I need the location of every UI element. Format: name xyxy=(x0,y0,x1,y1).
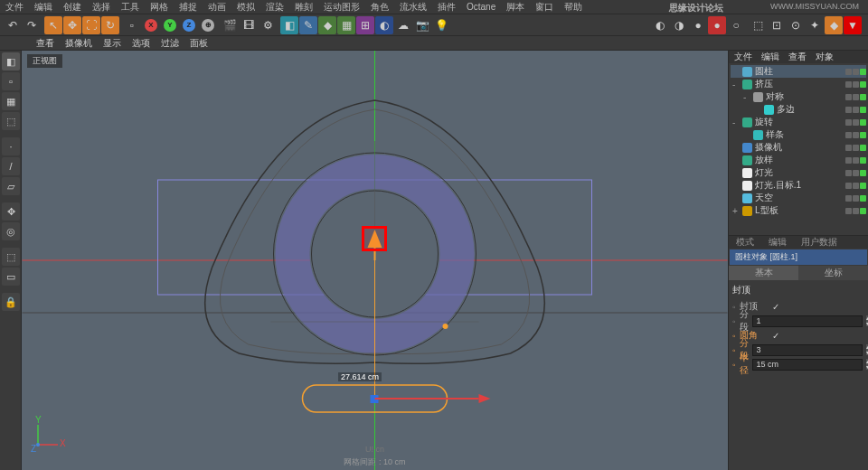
workplane-toggle[interactable]: ▭ xyxy=(2,268,20,286)
workplane-mode[interactable]: ⬚ xyxy=(2,112,20,130)
attr-checkbox[interactable]: ✓ xyxy=(772,302,779,312)
object-flags[interactable] xyxy=(845,183,866,189)
recent-tool[interactable]: ▫ xyxy=(123,16,141,34)
expand-toggle[interactable]: - xyxy=(743,92,750,102)
deformer-button[interactable]: ◐ xyxy=(375,16,393,34)
attr-input[interactable] xyxy=(752,344,863,356)
attr-tab-模式[interactable]: 模式 xyxy=(729,236,761,249)
vpmenu-查看[interactable]: 查看 xyxy=(36,37,54,50)
locked-toggle[interactable]: 🔒 xyxy=(2,293,20,311)
display-mode-2[interactable]: ◑ xyxy=(670,16,688,34)
expand-toggle[interactable]: + xyxy=(732,206,740,216)
vpmenu-选项[interactable]: 选项 xyxy=(132,37,150,50)
viewport-front[interactable]: 正视图 xyxy=(22,51,728,470)
array-button[interactable]: ⊞ xyxy=(356,16,374,34)
menu-渲染[interactable]: 渲染 xyxy=(266,1,284,14)
snap-toggle[interactable]: ⬚ xyxy=(2,248,20,266)
attr-subtab-坐标[interactable]: 坐标 xyxy=(798,266,868,280)
spline-pen[interactable]: ✎ xyxy=(299,16,317,34)
rotate-tool[interactable]: ↻ xyxy=(101,16,119,34)
environment-button[interactable]: ☁ xyxy=(394,16,412,34)
display-mode-3[interactable]: ● xyxy=(689,16,707,34)
object-flags[interactable] xyxy=(845,69,866,75)
texture-mode[interactable]: ▦ xyxy=(2,92,20,110)
display-mode-1[interactable]: ◐ xyxy=(651,16,669,34)
edge-mode[interactable]: / xyxy=(2,157,20,175)
object-row[interactable]: -旋转 xyxy=(731,116,866,128)
menu-窗口[interactable]: 窗口 xyxy=(535,1,553,14)
object-flags[interactable] xyxy=(845,157,866,164)
object-flags[interactable] xyxy=(845,94,866,100)
light-button[interactable]: 💡 xyxy=(432,16,450,34)
treemenu-文件[interactable]: 文件 xyxy=(734,51,752,63)
menu-角色[interactable]: 角色 xyxy=(371,1,389,14)
axis-y-toggle[interactable]: Y xyxy=(161,16,179,34)
snap-2[interactable]: ⊡ xyxy=(768,16,786,34)
object-row[interactable]: 摄像机 xyxy=(731,141,866,154)
object-row[interactable]: 天空 xyxy=(731,192,866,204)
menu-模拟[interactable]: 模拟 xyxy=(237,1,255,14)
snap-3[interactable]: ⊙ xyxy=(787,16,805,34)
object-flags[interactable] xyxy=(845,195,866,202)
polygon-mode[interactable]: ▱ xyxy=(2,177,20,195)
object-flags[interactable] xyxy=(845,132,866,138)
render-queue-button[interactable]: ⚙ xyxy=(259,16,277,34)
undo-button[interactable]: ↶ xyxy=(4,16,22,34)
model-mode[interactable]: ◧ xyxy=(2,52,20,70)
object-row[interactable]: -对称 xyxy=(731,90,866,103)
object-flags[interactable] xyxy=(845,107,866,113)
menu-选择[interactable]: 选择 xyxy=(92,1,110,14)
object-flags[interactable] xyxy=(845,119,866,126)
object-flags[interactable] xyxy=(845,145,866,151)
redo-button[interactable]: ↷ xyxy=(23,16,41,34)
attr-subtab-基本[interactable]: 基本 xyxy=(729,266,798,280)
viewport-solo[interactable]: ◎ xyxy=(2,222,20,240)
generator-button[interactable]: ◆ xyxy=(318,16,336,34)
render-view-button[interactable]: 🎬 xyxy=(221,16,239,34)
primitive-cube[interactable]: ◧ xyxy=(280,16,298,34)
point-mode[interactable]: · xyxy=(2,137,20,155)
display-mode-5[interactable]: ○ xyxy=(727,16,745,34)
subdiv-button[interactable]: ▦ xyxy=(337,16,355,34)
menu-文件[interactable]: 文件 xyxy=(5,1,24,14)
menu-脚本[interactable]: 脚本 xyxy=(506,1,524,14)
menu-运动图形[interactable]: 运动图形 xyxy=(324,1,360,14)
axis-x-toggle[interactable]: X xyxy=(142,16,160,34)
menu-插件[interactable]: 插件 xyxy=(438,1,456,14)
attr-input[interactable] xyxy=(752,359,863,371)
menu-创建[interactable]: 创建 xyxy=(63,1,81,14)
select-tool[interactable]: ↖ xyxy=(44,16,62,34)
treemenu-查看[interactable]: 查看 xyxy=(788,51,807,63)
enable-axis[interactable]: ✥ xyxy=(2,202,20,221)
snap-4[interactable]: ✦ xyxy=(806,16,824,34)
move-tool[interactable]: ✥ xyxy=(63,16,81,34)
object-flags[interactable] xyxy=(845,208,866,214)
attr-tab-编辑[interactable]: 编辑 xyxy=(761,236,794,249)
camera-button[interactable]: 📷 xyxy=(413,16,431,34)
snap-1[interactable]: ⬚ xyxy=(749,16,767,34)
menu-帮助[interactable]: 帮助 xyxy=(564,1,582,14)
vpmenu-摄像机[interactable]: 摄像机 xyxy=(65,37,92,50)
menu-Octane[interactable]: Octane xyxy=(467,2,495,12)
menu-流水线[interactable]: 流水线 xyxy=(400,1,427,14)
render-settings-button[interactable]: 🎞 xyxy=(240,16,258,34)
menu-网格[interactable]: 网格 xyxy=(150,1,168,14)
vpmenu-过滤[interactable]: 过滤 xyxy=(161,37,179,50)
attr-input[interactable] xyxy=(752,315,863,327)
menu-动画[interactable]: 动画 xyxy=(208,1,226,14)
menu-捕捉[interactable]: 捕捉 xyxy=(179,1,197,14)
vpmenu-显示[interactable]: 显示 xyxy=(103,37,121,50)
object-row[interactable]: +L型板 xyxy=(731,204,866,217)
object-row[interactable]: -挤压 xyxy=(731,78,866,90)
display-mode-4[interactable]: ● xyxy=(708,16,726,34)
menu-雕刻[interactable]: 雕刻 xyxy=(295,1,313,14)
menu-工具[interactable]: 工具 xyxy=(121,1,139,14)
object-row[interactable]: 灯光 xyxy=(731,166,866,179)
object-row[interactable]: 灯光.目标.1 xyxy=(731,179,866,192)
axis-w-toggle[interactable]: ⊕ xyxy=(199,16,217,34)
vpmenu-面板[interactable]: 面板 xyxy=(190,37,208,50)
snap-5[interactable]: ◆ xyxy=(825,16,843,34)
object-row[interactable]: 放样 xyxy=(731,154,866,166)
expand-toggle[interactable]: - xyxy=(732,80,740,89)
scale-tool[interactable]: ⛶ xyxy=(82,16,100,34)
